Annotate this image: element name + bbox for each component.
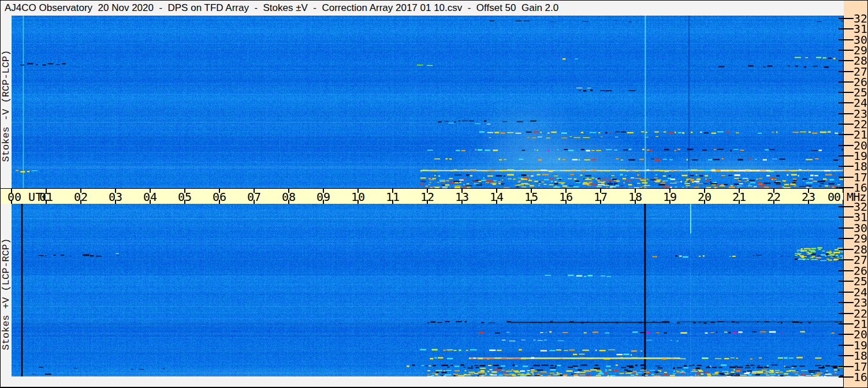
- freq-tick: [839, 249, 854, 250]
- freq-tick: [839, 227, 854, 229]
- freq-tick: [839, 124, 854, 125]
- freq-tick: [839, 355, 854, 356]
- freq-tick: [839, 155, 854, 156]
- panel-label-strip-bottom: Stokes +V (LCP-RCP): [1, 204, 12, 376]
- freq-tick: [839, 292, 854, 293]
- panel-label-bottom: Stokes +V (LCP-RCP): [1, 238, 12, 350]
- hour-label-02: 02: [74, 191, 88, 203]
- freq-tick: [839, 238, 854, 239]
- hour-label-06: 06: [213, 191, 226, 203]
- spectrogram-bottom: [12, 204, 843, 376]
- freq-tick: [839, 270, 854, 271]
- window-title: AJ4CO Observatory 20 Nov 2020 - DPS on T…: [1, 2, 558, 14]
- freq-tick: [839, 50, 854, 51]
- freq-tick: [839, 60, 854, 61]
- hour-label-10: 10: [351, 191, 365, 203]
- hour-label-13: 13: [455, 191, 469, 203]
- window-title-bar: AJ4CO Observatory 20 Nov 2020 - DPS on T…: [1, 1, 844, 16]
- panel-label-top: Stokes -V (RCP-LCP): [1, 50, 12, 162]
- freq-tick: [839, 92, 854, 93]
- freq-tick: [839, 166, 854, 167]
- freq-tick: [839, 71, 854, 72]
- freq-tick: [839, 376, 854, 378]
- hour-label-18: 18: [628, 191, 642, 203]
- hour-label-04: 04: [143, 191, 157, 203]
- hour-label-15: 15: [524, 191, 538, 203]
- freq-tick-label-16-panel1: 16: [854, 371, 868, 383]
- hour-label-21: 21: [732, 191, 746, 203]
- freq-tick: [839, 187, 854, 188]
- app-window: AJ4CO Observatory 20 Nov 2020 - DPS on T…: [0, 0, 868, 388]
- freq-tick: [839, 28, 854, 29]
- hour-label-14: 14: [490, 191, 504, 203]
- time-axis-band: 00 UTC0102030405060708091011121314151617…: [1, 189, 843, 204]
- freq-tick: [839, 302, 854, 303]
- bottom-margin-strip: [1, 376, 843, 387]
- hour-label-23: 23: [802, 191, 815, 203]
- freq-tick: [839, 177, 854, 178]
- freq-tick: [839, 323, 854, 324]
- freq-tick: [839, 259, 854, 260]
- hour-label-11: 11: [386, 191, 400, 203]
- hour-label-12: 12: [420, 191, 434, 203]
- hour-label-20: 20: [698, 191, 711, 203]
- freq-tick: [839, 102, 854, 103]
- freq-tick: [839, 366, 854, 367]
- hour-label-05: 05: [178, 191, 192, 203]
- hour-label-03: 03: [109, 191, 122, 203]
- hour-label-07: 07: [247, 191, 261, 203]
- freq-tick: [839, 18, 854, 19]
- freq-tick: [839, 313, 854, 314]
- freq-tick: [839, 206, 854, 207]
- freq-tick: [839, 39, 854, 40]
- hour-label-17: 17: [594, 191, 608, 203]
- freq-tick: [839, 81, 854, 83]
- freq-tick: [839, 113, 854, 114]
- panel-label-strip-top: Stokes -V (RCP-LCP): [1, 16, 12, 188]
- hour-label-01: 01: [39, 191, 53, 203]
- freq-tick: [839, 145, 854, 146]
- hour-label-09: 09: [316, 191, 330, 203]
- hour-label-16: 16: [559, 191, 573, 203]
- hour-label-08: 08: [282, 191, 296, 203]
- freq-tick: [839, 334, 854, 335]
- freq-tick-label-16-panel0: 16: [854, 182, 868, 193]
- freq-tick: [839, 281, 854, 282]
- freq-tick: [839, 345, 854, 346]
- freq-tick: [839, 217, 854, 218]
- spectrogram-top: [12, 16, 843, 188]
- hour-label-22: 22: [767, 191, 781, 203]
- freq-tick: [839, 134, 854, 135]
- hour-label-19: 19: [663, 191, 677, 203]
